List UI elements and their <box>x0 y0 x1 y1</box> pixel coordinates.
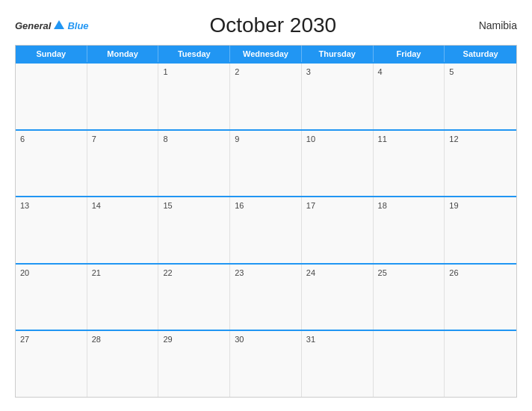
day-number: 17 <box>306 201 315 210</box>
day-headers-row: SundayMondayTuesdayWednesdayThursdayFrid… <box>16 46 516 62</box>
day-number: 21 <box>92 268 101 277</box>
day-number: 1 <box>163 67 167 76</box>
logo-general-text: General <box>15 20 51 31</box>
day-cell <box>445 331 516 397</box>
day-cell: 14 <box>87 197 159 263</box>
day-number: 9 <box>235 135 239 143</box>
day-cell: 7 <box>87 131 159 197</box>
day-cell: 28 <box>87 331 159 397</box>
day-number: 27 <box>20 335 29 344</box>
week-row-1: 12345 <box>16 62 516 129</box>
day-number: 18 <box>378 201 387 210</box>
day-cell: 3 <box>302 64 374 129</box>
day-cell <box>374 331 445 397</box>
day-cell: 31 <box>302 331 374 397</box>
day-header-sunday: Sunday <box>16 46 87 62</box>
day-cell: 12 <box>445 131 516 197</box>
day-number: 15 <box>163 201 172 210</box>
day-cell: 22 <box>158 265 230 330</box>
day-number: 16 <box>235 201 244 210</box>
day-number: 2 <box>235 67 239 76</box>
day-cell: 9 <box>230 131 302 197</box>
day-cell: 13 <box>16 197 87 263</box>
day-cell: 18 <box>374 197 445 263</box>
day-cell <box>87 64 159 129</box>
day-cell: 16 <box>230 197 302 263</box>
day-cell: 29 <box>158 331 230 397</box>
day-header-wednesday: Wednesday <box>230 46 302 62</box>
day-header-thursday: Thursday <box>302 46 374 62</box>
day-number: 19 <box>449 201 458 210</box>
week-row-2: 6789101112 <box>16 129 516 197</box>
day-cell: 23 <box>230 265 302 330</box>
day-number: 31 <box>306 335 315 344</box>
day-number: 13 <box>20 201 29 210</box>
day-number: 23 <box>235 268 244 277</box>
day-header-monday: Monday <box>87 46 159 62</box>
weeks-container: 1234567891011121314151617181920212223242… <box>16 62 516 397</box>
day-cell: 2 <box>230 64 302 129</box>
day-number: 11 <box>378 135 387 143</box>
day-cell: 17 <box>302 197 374 263</box>
day-cell: 24 <box>302 265 374 330</box>
day-cell: 20 <box>16 265 87 330</box>
week-row-3: 13141516171819 <box>16 196 516 263</box>
logo-triangle-icon <box>54 20 64 29</box>
day-cell <box>16 64 87 129</box>
day-number: 10 <box>306 135 315 143</box>
day-cell: 4 <box>374 64 445 129</box>
day-cell: 19 <box>445 197 516 263</box>
day-header-tuesday: Tuesday <box>158 46 230 62</box>
logo: General Blue <box>15 20 89 31</box>
day-cell: 5 <box>445 64 516 129</box>
country-label: Namibia <box>457 19 517 31</box>
day-cell: 25 <box>374 265 445 330</box>
day-number: 30 <box>235 335 244 344</box>
day-number: 12 <box>449 135 458 143</box>
day-cell: 21 <box>87 265 159 330</box>
day-number: 20 <box>20 268 29 277</box>
day-number: 26 <box>449 268 458 277</box>
day-cell: 27 <box>16 331 87 397</box>
day-number: 4 <box>378 67 383 76</box>
week-row-4: 20212223242526 <box>16 263 516 330</box>
day-number: 8 <box>163 135 167 143</box>
day-number: 14 <box>92 201 101 210</box>
day-cell: 6 <box>16 131 87 197</box>
week-row-5: 2728293031 <box>16 330 516 397</box>
day-header-friday: Friday <box>374 46 445 62</box>
day-number: 29 <box>163 335 172 344</box>
day-cell: 8 <box>158 131 230 197</box>
calendar-title: October 2030 <box>89 13 457 37</box>
day-cell: 26 <box>445 265 516 330</box>
calendar-page: General Blue October 2030 Namibia Sunday… <box>0 0 532 411</box>
header: General Blue October 2030 Namibia <box>15 13 517 37</box>
calendar-grid: SundayMondayTuesdayWednesdayThursdayFrid… <box>15 45 517 398</box>
day-number: 3 <box>306 67 311 76</box>
day-cell: 15 <box>158 197 230 263</box>
day-number: 5 <box>449 67 454 76</box>
day-number: 28 <box>92 335 101 344</box>
day-cell: 30 <box>230 331 302 397</box>
day-number: 25 <box>378 268 387 277</box>
day-number: 6 <box>20 135 25 143</box>
logo-blue-text: Blue <box>67 20 88 31</box>
day-cell: 10 <box>302 131 374 197</box>
day-cell: 11 <box>374 131 445 197</box>
day-number: 24 <box>306 268 315 277</box>
day-number: 7 <box>92 135 96 143</box>
day-header-saturday: Saturday <box>445 46 516 62</box>
day-cell: 1 <box>158 64 230 129</box>
day-number: 22 <box>163 268 172 277</box>
